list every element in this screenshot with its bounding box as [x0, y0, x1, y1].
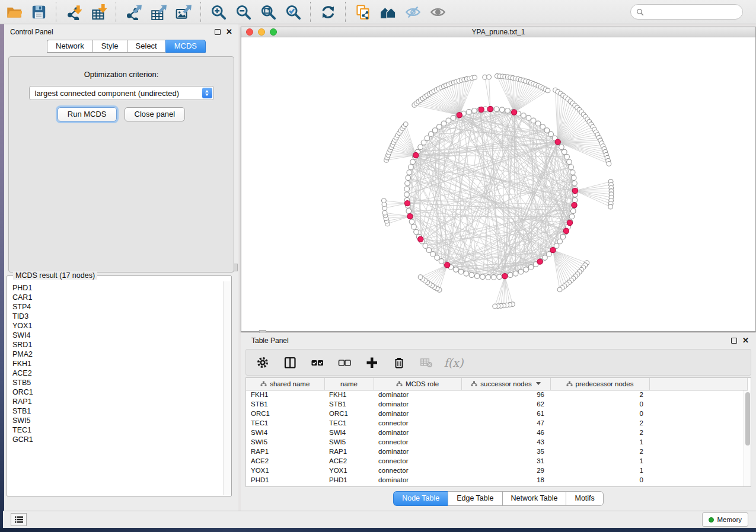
show-columns-button[interactable] [283, 355, 297, 370]
result-node[interactable]: YOX1 [12, 321, 224, 331]
table-row[interactable]: FKH1FKH1dominator962 [246, 390, 748, 399]
export-network-button[interactable] [125, 3, 142, 21]
float-panel-icon[interactable] [215, 29, 221, 35]
column-header-name[interactable]: name [324, 378, 374, 390]
network-window-titlebar: YPA_prune.txt_1 [241, 27, 755, 37]
save-session-button[interactable] [30, 3, 47, 21]
import-network-file-button[interactable] [65, 3, 82, 21]
result-node[interactable]: PMA2 [12, 350, 224, 359]
close-table-panel-icon[interactable]: ✕ [742, 338, 749, 344]
memory-status-icon [709, 517, 714, 523]
result-node[interactable]: FKH1 [12, 359, 224, 368]
deselect-all-icon [338, 356, 351, 369]
tab-node-table[interactable]: Node Table [393, 491, 448, 506]
zoom-in-button[interactable] [209, 3, 227, 21]
cell-successor-nodes: 43 [461, 437, 550, 447]
column-header-predecessor-nodes[interactable]: predecessor nodes [550, 378, 649, 390]
close-panel-icon[interactable]: ✕ [226, 29, 232, 35]
result-node[interactable]: GCR1 [12, 435, 224, 444]
table-row[interactable]: ACE2ACE2connector311 [246, 456, 748, 466]
optimization-criterion-select[interactable]: largest connected component (undirected) [29, 86, 214, 100]
cell-MCDS-role: dominator [374, 390, 461, 399]
tab-mcds[interactable]: MCDS [165, 40, 206, 53]
result-node[interactable]: SWI5 [12, 416, 224, 425]
column-header-shared-name[interactable]: shared name [246, 378, 324, 390]
export-image-button[interactable] [174, 3, 192, 21]
float-table-panel-icon[interactable] [731, 338, 737, 344]
close-panel-button[interactable]: Close panel [125, 107, 186, 121]
column-header-successor-nodes[interactable]: successor nodes [461, 378, 550, 390]
table-row[interactable]: RAP1RAP1dominator352 [246, 447, 748, 456]
result-node[interactable]: STB1 [12, 406, 224, 416]
run-mcds-button[interactable]: Run MCDS [58, 107, 117, 121]
tab-network-table[interactable]: Network Table [502, 491, 566, 506]
result-node[interactable]: STB5 [12, 378, 224, 387]
column-namespace-icon [471, 381, 477, 387]
cell-name: YOX1 [324, 466, 374, 475]
cell-successor-nodes: 29 [461, 466, 550, 475]
delete-row-button[interactable] [392, 355, 406, 370]
search-box[interactable] [630, 4, 743, 20]
zoom-fit-button[interactable] [259, 3, 277, 21]
import-table-file-button[interactable] [90, 3, 107, 21]
panel-divider-handle[interactable] [234, 264, 238, 271]
result-scrollbar[interactable] [223, 281, 231, 495]
cell-MCDS-role: connector [374, 437, 461, 447]
control-panel-tabs: NetworkStyleSelectMCDS [47, 40, 238, 53]
mcds-result-list[interactable]: PHD1CAR1STP4TID3YOX1SWI4SRD1PMA2FKH1ACE2… [8, 281, 224, 495]
cell-shared-name: STB1 [246, 399, 324, 409]
first-neighbors-button[interactable] [379, 3, 397, 21]
result-node[interactable]: CAR1 [12, 293, 224, 302]
zoom-out-button[interactable] [234, 3, 252, 21]
table-row[interactable]: STB1STB1dominator620 [246, 399, 748, 409]
result-node[interactable]: STP4 [12, 302, 224, 312]
mcds-result-title: MCDS result (17 nodes) [13, 271, 97, 280]
tab-select[interactable]: Select [127, 40, 165, 53]
task-history-button[interactable] [11, 513, 27, 526]
tab-edge-table[interactable]: Edge Table [448, 491, 502, 506]
zoom-selected-button[interactable] [284, 3, 302, 21]
memory-button[interactable]: Memory [702, 512, 748, 527]
table-row[interactable]: ORC1ORC1dominator610 [246, 409, 748, 418]
result-node[interactable]: PHD1 [12, 283, 224, 293]
cell-empty [649, 428, 748, 437]
table-row[interactable]: SWI4SWI4dominator462 [246, 428, 748, 437]
network-graph-canvas[interactable] [241, 37, 755, 331]
refresh-view-button[interactable] [319, 3, 337, 21]
clone-network-button[interactable] [354, 3, 372, 21]
table-header-row: shared namename MCDS role successor node… [246, 378, 748, 390]
show-all-button[interactable] [429, 3, 446, 21]
table-settings-button[interactable] [256, 355, 270, 370]
table-row[interactable]: PHD1PHD1dominator180 [246, 475, 748, 485]
table-scrollbar[interactable] [744, 390, 751, 486]
table-scrollbar-thumb[interactable] [745, 392, 750, 446]
add-row-button[interactable] [365, 355, 379, 370]
export-table-icon [151, 4, 167, 20]
tab-network[interactable]: Network [47, 40, 92, 53]
export-table-button[interactable] [149, 3, 167, 21]
cell-name: SWI5 [324, 437, 374, 447]
cell-name: TEC1 [324, 418, 374, 428]
table-row[interactable]: YOX1YOX1connector291 [246, 466, 748, 475]
cell-shared-name: ORC1 [246, 409, 324, 418]
result-node[interactable]: RAP1 [12, 397, 224, 406]
tab-style[interactable]: Style [92, 40, 127, 53]
result-node[interactable]: ORC1 [12, 387, 224, 397]
result-node[interactable]: TEC1 [12, 425, 224, 435]
open-file-button[interactable] [5, 3, 23, 21]
hide-selected-button[interactable] [404, 3, 422, 21]
deselect-all-button[interactable] [337, 355, 352, 370]
result-node[interactable]: SRD1 [12, 340, 224, 350]
tab-motifs[interactable]: Motifs [566, 491, 603, 506]
search-input[interactable] [647, 8, 736, 16]
result-node[interactable]: SWI4 [12, 331, 224, 340]
result-node[interactable]: TID3 [12, 312, 224, 321]
column-header-MCDS-role[interactable]: MCDS role [374, 378, 461, 390]
table-row[interactable]: SWI5SWI5connector431 [246, 437, 748, 447]
cell-empty [649, 390, 748, 399]
result-node[interactable]: ACE2 [12, 368, 224, 378]
select-all-button[interactable] [310, 355, 324, 370]
table-row[interactable]: TEC1TEC1connector472 [246, 418, 748, 428]
cell-MCDS-role: connector [374, 466, 461, 475]
table-panel-header: Table Panel ✕ [241, 333, 756, 348]
